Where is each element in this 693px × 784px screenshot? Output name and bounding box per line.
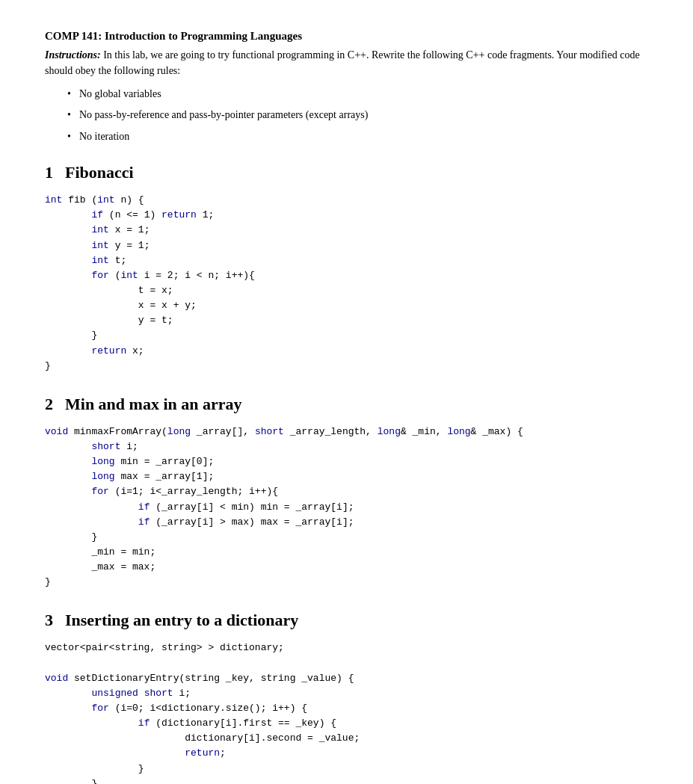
section-3-title: Inserting an entry to a dictionary xyxy=(65,611,298,629)
rule-2: No pass-by-reference and pass-by-pointer… xyxy=(67,107,648,123)
rule-3: No iteration xyxy=(67,129,648,145)
section-2-number: 2 xyxy=(45,395,53,413)
rule-1: No global variables xyxy=(67,86,648,102)
section-1-heading-wrap: 1Fibonacci xyxy=(45,163,648,182)
section-3-heading: 3Inserting an entry to a dictionary xyxy=(45,611,648,630)
section-2-heading-wrap: 2Min and max in an array xyxy=(45,395,648,414)
minmax-code: void minmaxFromArray(long _array[], shor… xyxy=(45,425,648,590)
fibonacci-code: int fib (int n) { if (n <= 1) return 1; … xyxy=(45,193,648,374)
page-title: COMP 141: Introduction to Programming La… xyxy=(45,30,648,43)
section-3-heading-wrap: 3Inserting an entry to a dictionary xyxy=(45,611,648,630)
dictionary-code: vector<pair<string, string> > dictionary… xyxy=(45,641,648,784)
section-3-number: 3 xyxy=(45,611,53,629)
section-1-number: 1 xyxy=(45,163,53,182)
section-2-title: Min and max in an array xyxy=(65,395,242,413)
instructions-label: Instructions: xyxy=(45,49,101,61)
section-1-title: Fibonacci xyxy=(65,163,134,182)
section-2-heading: 2Min and max in an array xyxy=(45,395,648,414)
instructions: Instructions: In this lab, we are going … xyxy=(45,47,648,78)
rules-list: No global variables No pass-by-reference… xyxy=(67,86,648,145)
section-1-heading: 1Fibonacci xyxy=(45,163,648,182)
instructions-text: In this lab, we are going to try functio… xyxy=(45,49,640,76)
